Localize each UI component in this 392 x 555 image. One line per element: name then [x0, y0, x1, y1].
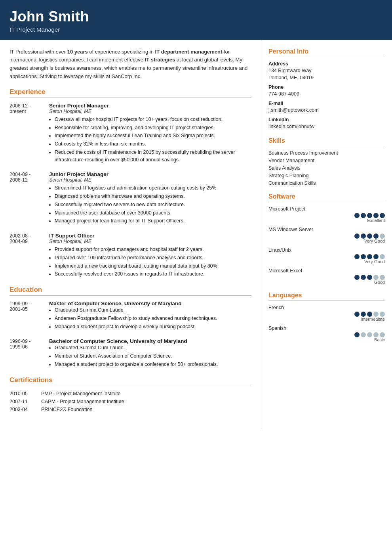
email-value: j.smith@uptowork.com	[268, 107, 385, 114]
software-dots-3	[268, 254, 385, 259]
bullet: Provided support for project managers an…	[55, 246, 251, 253]
bullet: Prepared over 100 infrastructure perform…	[55, 254, 251, 262]
dot	[361, 275, 366, 280]
experience-org-2: Seton Hospital, ME	[49, 177, 251, 183]
bullet: Cut costs by 32% in less than six months…	[55, 140, 251, 148]
education-title: Education	[10, 286, 251, 294]
experience-date-3: 2002-08 -2004-09	[10, 233, 49, 279]
dot	[373, 254, 379, 259]
software-name-3: Linux/Unix	[268, 247, 385, 253]
language-dots-2	[268, 332, 385, 337]
experience-org-1: Seton Hospital, ME	[49, 109, 251, 114]
experience-entry-3: 2002-08 -2004-09 IT Support Officer Seto…	[10, 233, 251, 279]
dot	[380, 312, 385, 317]
dot	[367, 213, 372, 218]
bullet: Reduced the costs of IT maintenance in 2…	[55, 149, 251, 164]
email-label: E-mail	[268, 101, 385, 106]
software-dots-4	[268, 275, 385, 280]
address-value: 134 Rightward WayPortland, ME, 04019	[268, 67, 385, 82]
software-label-1: Excellent	[268, 218, 385, 223]
bullet: Maintained the user database of over 300…	[55, 209, 251, 217]
dot	[361, 213, 366, 218]
language-name-1: French	[268, 305, 385, 310]
main-layout: IT Professional with over 10 years of ex…	[0, 40, 392, 429]
education-bullets-2: Graduated Summa Cum Laude. Member of Stu…	[49, 344, 251, 368]
skill-item-1: Business Process Improvement	[268, 150, 385, 156]
bullet: Managed a student project to organize a …	[55, 361, 251, 368]
software-name-2: MS Windows Server	[268, 227, 385, 232]
cert-text-1: PMP - Project Management Institute	[41, 391, 121, 396]
dot	[361, 233, 366, 239]
experience-job-title-3: IT Support Officer	[49, 233, 251, 239]
language-item-2: Spanish Basic	[268, 325, 385, 342]
education-degree-1: Master of Computer Science, University o…	[49, 300, 251, 306]
dot	[354, 254, 360, 259]
dot	[367, 332, 372, 337]
bullet: Managed a student project to develop a w…	[55, 323, 251, 331]
bullet: Graduated Summa Cum Laude.	[55, 344, 251, 352]
candidate-name: John Smith	[10, 9, 382, 25]
dot	[361, 332, 366, 337]
software-dots-1	[268, 213, 385, 218]
experience-job-title-2: Junior Project Manager	[49, 171, 251, 177]
cert-text-2: CAPM - Project Management Institute	[41, 399, 124, 404]
bullet: Andersen Postgraduate Fellowship to stud…	[55, 315, 251, 322]
experience-date-2: 2004-09 -2006-12	[10, 171, 49, 226]
education-bullets-1: Graduated Summa Cum Laude. Andersen Post…	[49, 306, 251, 330]
summary-section: IT Professional with over 10 years of ex…	[10, 48, 251, 81]
experience-job-title-1: Senior Project Manager	[49, 103, 251, 109]
software-label-3: Very Good	[268, 259, 385, 264]
experience-entry-1: 2006-12 -present Senior Project Manager …	[10, 103, 251, 165]
education-date-1: 1999-09 -2001-05	[10, 300, 49, 331]
personal-info-section: Personal Info Address 134 Rightward WayP…	[268, 48, 385, 130]
software-item-2: MS Windows Server Very Good	[268, 227, 385, 243]
education-entry-1: 1999-09 -2001-05 Master of Computer Scie…	[10, 300, 251, 331]
phone-label: Phone	[268, 84, 385, 90]
bullet: Diagnosed problems with hardware and ope…	[55, 193, 251, 200]
dot	[367, 254, 372, 259]
language-item-1: French Intermediate	[268, 305, 385, 322]
bullet: Implemented a new tracking dashboard, cu…	[55, 262, 251, 270]
languages-title: Languages	[268, 292, 385, 299]
dot	[361, 254, 366, 259]
cert-entry-3: 2003-04 PRINCE2® Foundation	[10, 407, 251, 412]
phone-value: 774-987-4009	[268, 90, 385, 98]
cert-entry-1: 2010-05 PMP - Project Management Institu…	[10, 391, 251, 396]
dot	[380, 332, 385, 337]
skill-item-5: Communication Skills	[268, 180, 385, 186]
cert-date-3: 2003-04	[10, 407, 41, 412]
certifications-title: Certifications	[10, 376, 251, 384]
dot	[373, 213, 379, 218]
experience-date-1: 2006-12 -present	[10, 103, 49, 165]
skills-title: Skills	[268, 137, 385, 144]
dot	[354, 213, 360, 218]
software-dots-2	[268, 233, 385, 239]
dot	[354, 312, 360, 317]
dot	[380, 254, 385, 259]
skills-section: Skills Business Process Improvement Vend…	[268, 137, 385, 186]
language-name-2: Spanish	[268, 325, 385, 331]
dot	[354, 275, 360, 280]
language-label-2: Basic	[268, 337, 385, 342]
linkedin-value: linkedin.com/johnutw	[268, 123, 385, 130]
dot	[367, 275, 372, 280]
dot	[380, 275, 385, 280]
linkedin-label: LinkedIn	[268, 117, 385, 122]
cert-date-2: 2007-11	[10, 399, 41, 404]
experience-entry-2: 2004-09 -2006-12 Junior Project Manager …	[10, 171, 251, 226]
education-entry-2: 1996-09 -1999-06 Bachelor of Computer Sc…	[10, 338, 251, 369]
right-column: Personal Info Address 134 Rightward WayP…	[261, 40, 392, 429]
bullet: Implemented the highly successful Lean T…	[55, 132, 251, 140]
personal-info-title: Personal Info	[268, 48, 385, 55]
skill-item-4: Strategic Planning	[268, 173, 385, 178]
dot	[380, 233, 385, 239]
software-label-2: Very Good	[268, 239, 385, 243]
software-item-4: Microsoft Excel Good	[268, 268, 385, 285]
experience-org-3: Seton Hospital, ME	[49, 239, 251, 244]
education-degree-2: Bachelor of Computer Science, University…	[49, 338, 251, 344]
bullet: Successfully migrated two servers to new…	[55, 201, 251, 209]
skill-item-2: Vendor Management	[268, 158, 385, 163]
dot	[361, 312, 366, 317]
cert-date-1: 2010-05	[10, 391, 41, 396]
bullet: Streamlined IT logistics and administrat…	[55, 184, 251, 192]
